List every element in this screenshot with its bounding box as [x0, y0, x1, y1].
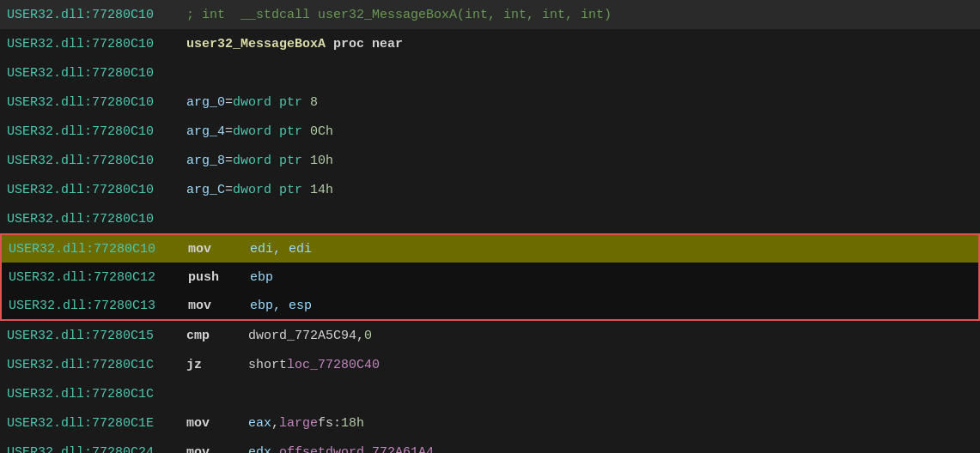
mnemonic: cmp [179, 329, 248, 343]
operand-num: 18h [341, 416, 364, 431]
mnemonic: mov [180, 299, 250, 313]
code-line[interactable]: USER32.dll:77280C12 push ebp [0, 263, 980, 292]
arg-name: arg_4 [179, 124, 225, 139]
arg-name: arg_8 [179, 154, 225, 168]
code-line[interactable]: USER32.dll:77280C10 [0, 204, 980, 233]
mnemonic: mov [179, 416, 248, 431]
address: USER32.dll:77280C10 [9, 242, 180, 257]
operand: fs: [318, 416, 341, 431]
code-line[interactable]: USER32.dll:77280C10 arg_4 = dword ptr 0C… [0, 117, 980, 146]
operand-label: loc_77280C40 [287, 358, 380, 372]
operand-offset: dword_772A61A4 [326, 445, 434, 454]
operand: = [225, 95, 233, 110]
operand-kw: large [279, 416, 318, 431]
code-line[interactable]: USER32.dll:77280C10 arg_8 = dword ptr 10… [0, 146, 980, 175]
operand [302, 154, 310, 168]
operand: edi, edi [250, 242, 312, 257]
address: USER32.dll:77280C1C [7, 387, 179, 402]
address: USER32.dll:77280C1C [7, 358, 179, 372]
arg-val: 8 [310, 95, 318, 110]
operand: , [271, 445, 279, 454]
operand: , [271, 416, 279, 431]
code-line[interactable]: USER32.dll:77280C10 ; int __stdcall user… [0, 0, 980, 29]
address: USER32.dll:77280C10 [7, 37, 179, 51]
address: USER32.dll:77280C10 [7, 8, 179, 22]
address: USER32.dll:77280C1E [7, 416, 179, 431]
arg-val: 0Ch [310, 124, 333, 139]
proc-name: user32_MessageBoxA [179, 37, 326, 51]
operand: = [225, 183, 233, 197]
code-line[interactable]: USER32.dll:77280C10 arg_0 = dword ptr 8 [0, 88, 980, 117]
code-line[interactable]: USER32.dll:77280C1E mov eax , large fs: … [0, 408, 980, 438]
operand: edx [248, 445, 271, 454]
code-line[interactable]: USER32.dll:77280C13 mov ebp, esp [0, 292, 980, 321]
operand-num: 0 [364, 329, 372, 343]
address: USER32.dll:77280C24 [7, 445, 179, 454]
code-line[interactable]: USER32.dll:77280C15 cmp dword_772A5C94, … [0, 321, 980, 350]
operand: short [248, 358, 287, 372]
operand: = [225, 124, 233, 139]
arg-type: dword ptr [233, 95, 302, 110]
address: USER32.dll:77280C10 [7, 95, 179, 110]
address: USER32.dll:77280C13 [9, 299, 180, 313]
address: USER32.dll:77280C12 [9, 270, 180, 285]
address: USER32.dll:77280C10 [7, 154, 179, 168]
code-line-selected[interactable]: USER32.dll:77280C10 mov edi, edi [0, 233, 980, 263]
operand [302, 95, 310, 110]
arg-name: arg_C [179, 183, 225, 197]
code-view: USER32.dll:77280C10 ; int __stdcall user… [0, 0, 980, 453]
mnemonic: jz [179, 358, 248, 372]
code-line[interactable]: USER32.dll:77280C1C [0, 379, 980, 408]
proc-decl: proc near [326, 37, 403, 51]
arg-name: arg_0 [179, 95, 225, 110]
operand-kw: offset [279, 445, 326, 454]
address: USER32.dll:77280C10 [7, 124, 179, 139]
operand [302, 183, 310, 197]
arg-type: dword ptr [233, 124, 302, 139]
arg-type: dword ptr [233, 183, 302, 197]
arg-val: 14h [310, 183, 333, 197]
operand: eax [248, 416, 271, 431]
operand [302, 124, 310, 139]
code-line[interactable]: USER32.dll:77280C10 [0, 58, 980, 88]
operand: ebp, esp [250, 299, 312, 313]
address: USER32.dll:77280C10 [7, 212, 179, 226]
comment-text: ; int __stdcall user32_MessageBoxA(int, … [179, 8, 612, 22]
arg-val: 10h [310, 154, 333, 168]
code-line[interactable]: USER32.dll:77280C24 mov edx , offset dwo… [0, 438, 980, 453]
address: USER32.dll:77280C10 [7, 183, 179, 197]
code-line[interactable]: USER32.dll:77280C1C jz short loc_77280C4… [0, 350, 980, 379]
address: USER32.dll:77280C15 [7, 329, 179, 343]
operand: ebp [250, 270, 273, 285]
mnemonic: mov [179, 445, 248, 454]
operand: = [225, 154, 233, 168]
address: USER32.dll:77280C10 [7, 66, 179, 81]
mnemonic: mov [180, 242, 250, 257]
code-line[interactable]: USER32.dll:77280C10 arg_C = dword ptr 14… [0, 175, 980, 204]
operand: dword_772A5C94, [248, 329, 364, 343]
code-line[interactable]: USER32.dll:77280C10 user32_MessageBoxA p… [0, 29, 980, 58]
arg-type: dword ptr [233, 154, 302, 168]
mnemonic: push [180, 270, 250, 285]
